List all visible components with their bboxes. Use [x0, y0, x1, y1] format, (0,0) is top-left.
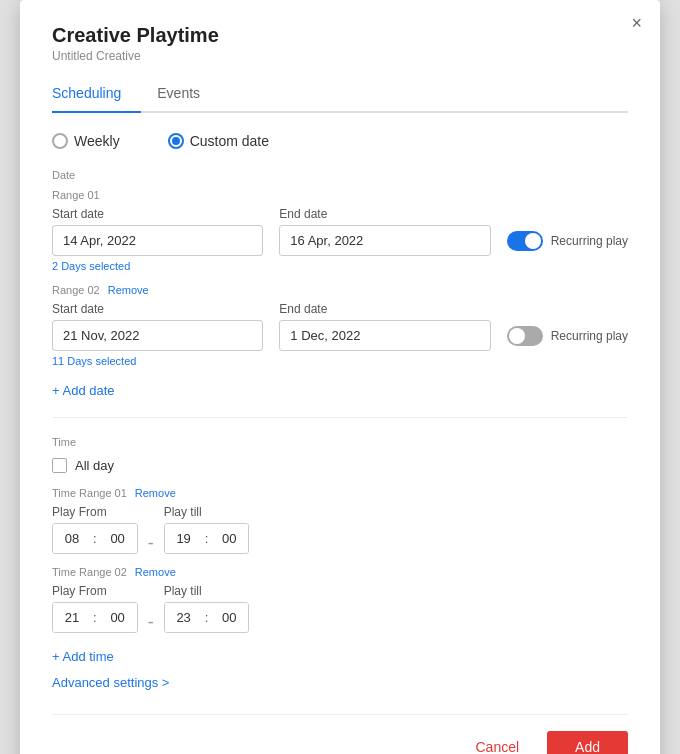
- date-range-02: Range 02 Remove Start date End date Recu…: [52, 284, 628, 367]
- radio-weekly[interactable]: Weekly: [52, 133, 120, 149]
- range-01-days-selected: 2 Days selected: [52, 260, 628, 272]
- add-date-button[interactable]: + Add date: [52, 383, 115, 398]
- time-range-02: Time Range 02 Remove Play From : - Play …: [52, 566, 628, 633]
- radio-custom-date-circle: [168, 133, 184, 149]
- tab-events[interactable]: Events: [157, 77, 220, 111]
- range-01-end-input[interactable]: [279, 225, 490, 256]
- time-range-02-from-h[interactable]: [53, 603, 91, 632]
- time-range-01-header: Time Range 01 Remove: [52, 487, 628, 499]
- time-range-01-till-m[interactable]: [210, 524, 248, 553]
- add-button[interactable]: Add: [547, 731, 628, 754]
- time-range-02-dash: -: [138, 612, 164, 633]
- allday-checkbox[interactable]: [52, 458, 67, 473]
- time-range-01-title: Time Range 01: [52, 487, 127, 499]
- time-range-02-till-h[interactable]: [165, 603, 203, 632]
- time-range-02-remove[interactable]: Remove: [135, 566, 176, 578]
- date-range-01: Range 01 Start date End date Recurring p…: [52, 189, 628, 272]
- radio-weekly-label: Weekly: [74, 133, 120, 149]
- modal-subtitle: Untitled Creative: [52, 49, 628, 63]
- date-section-label: Date: [52, 169, 628, 181]
- time-range-02-from: Play From :: [52, 584, 138, 633]
- range-01-recurring-label: Recurring play: [551, 234, 628, 248]
- range-01-end-field: End date: [279, 207, 490, 256]
- time-range-01-from-m[interactable]: [99, 524, 137, 553]
- range-01-recurring: Recurring play: [507, 231, 628, 251]
- time-range-01-from-sep: :: [91, 531, 99, 546]
- range-01-end-label: End date: [279, 207, 490, 221]
- range-02-recurring: Recurring play: [507, 326, 628, 346]
- range-02-start-label: Start date: [52, 302, 263, 316]
- time-range-01-from-h[interactable]: [53, 524, 91, 553]
- add-time-button[interactable]: + Add time: [52, 649, 114, 664]
- time-range-01-row: Play From : - Play till :: [52, 505, 628, 554]
- range-02-start-input[interactable]: [52, 320, 263, 351]
- range-02-recurring-toggle[interactable]: [507, 326, 543, 346]
- range-02-days-selected: 11 Days selected: [52, 355, 628, 367]
- time-range-01-from: Play From :: [52, 505, 138, 554]
- time-range-02-from-sep: :: [91, 610, 99, 625]
- range-02-header: Range 02 Remove: [52, 284, 628, 296]
- time-range-01-from-label: Play From: [52, 505, 138, 519]
- allday-row: All day: [52, 458, 628, 473]
- range-01-start-field: Start date: [52, 207, 263, 256]
- range-01-header: Range 01: [52, 189, 628, 201]
- time-section: Time All day Time Range 01 Remove Play F…: [52, 436, 628, 665]
- time-range-01-till-inputs: :: [164, 523, 250, 554]
- range-02-end-input[interactable]: [279, 320, 490, 351]
- range-02-end-field: End date: [279, 302, 490, 351]
- time-range-01-till-sep: :: [203, 531, 211, 546]
- time-range-02-from-label: Play From: [52, 584, 138, 598]
- range-02-date-row: Start date End date Recurring play: [52, 302, 628, 351]
- range-02-remove[interactable]: Remove: [108, 284, 149, 296]
- range-02-start-field: Start date: [52, 302, 263, 351]
- tab-bar: Scheduling Events: [52, 77, 628, 113]
- modal-footer: Cancel Add: [52, 714, 628, 754]
- range-02-end-label: End date: [279, 302, 490, 316]
- range-01-start-label: Start date: [52, 207, 263, 221]
- time-range-01-from-inputs: :: [52, 523, 138, 554]
- modal-container: × Creative Playtime Untitled Creative Sc…: [20, 0, 660, 754]
- time-range-02-till-m[interactable]: [210, 603, 248, 632]
- radio-custom-date[interactable]: Custom date: [168, 133, 269, 149]
- time-range-02-from-inputs: :: [52, 602, 138, 633]
- advanced-settings-button[interactable]: Advanced settings >: [52, 675, 169, 690]
- cancel-button[interactable]: Cancel: [459, 731, 535, 754]
- time-range-01-remove[interactable]: Remove: [135, 487, 176, 499]
- radio-weekly-circle: [52, 133, 68, 149]
- range-01-title: Range 01: [52, 189, 100, 201]
- tab-scheduling[interactable]: Scheduling: [52, 77, 141, 111]
- time-range-01: Time Range 01 Remove Play From : - Play …: [52, 487, 628, 554]
- time-range-01-dash: -: [138, 533, 164, 554]
- time-range-02-row: Play From : - Play till :: [52, 584, 628, 633]
- date-section: Date Range 01 Start date End date Recurr…: [52, 169, 628, 399]
- close-button[interactable]: ×: [631, 14, 642, 32]
- radio-group: Weekly Custom date: [52, 133, 628, 149]
- time-range-01-till-label: Play till: [164, 505, 250, 519]
- range-02-title: Range 02: [52, 284, 100, 296]
- time-range-02-title: Time Range 02: [52, 566, 127, 578]
- time-range-02-from-m[interactable]: [99, 603, 137, 632]
- range-01-date-row: Start date End date Recurring play: [52, 207, 628, 256]
- time-range-02-till-sep: :: [203, 610, 211, 625]
- time-range-02-till-inputs: :: [164, 602, 250, 633]
- section-divider: [52, 417, 628, 418]
- range-01-recurring-toggle[interactable]: [507, 231, 543, 251]
- allday-label: All day: [75, 458, 114, 473]
- range-02-recurring-label: Recurring play: [551, 329, 628, 343]
- range-01-start-input[interactable]: [52, 225, 263, 256]
- time-range-01-till-h[interactable]: [165, 524, 203, 553]
- radio-custom-date-label: Custom date: [190, 133, 269, 149]
- time-range-02-header: Time Range 02 Remove: [52, 566, 628, 578]
- modal-title: Creative Playtime: [52, 24, 628, 47]
- time-range-02-till-label: Play till: [164, 584, 250, 598]
- time-range-02-till: Play till :: [164, 584, 250, 633]
- time-section-label: Time: [52, 436, 628, 448]
- time-range-01-till: Play till :: [164, 505, 250, 554]
